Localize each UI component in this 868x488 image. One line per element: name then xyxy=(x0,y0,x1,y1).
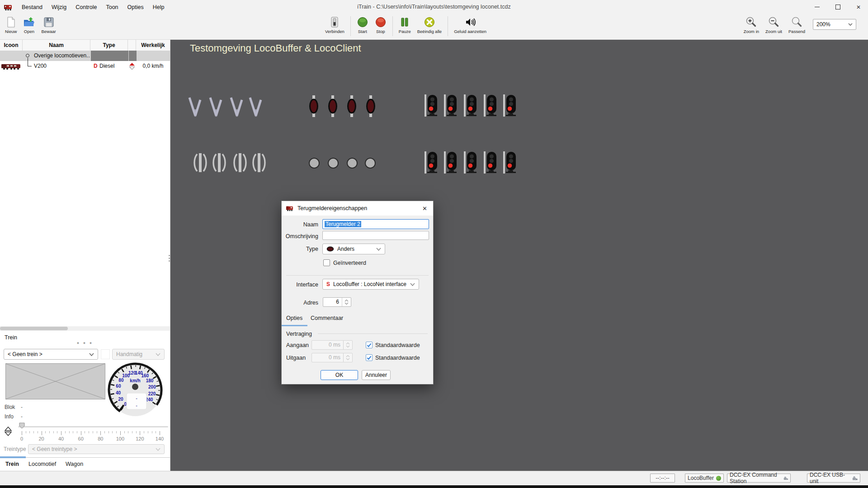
annuleer-button[interactable]: Annuleer xyxy=(362,370,391,380)
speedometer-gauge: 020406080100120140160180200220240km/h-- xyxy=(107,361,164,418)
pause-button[interactable]: Pauze xyxy=(396,16,414,34)
close-button[interactable]: ✕ xyxy=(855,4,862,10)
zoom-in-button[interactable]: Zoom in xyxy=(741,16,762,34)
menu-toon[interactable]: Toon xyxy=(101,4,123,10)
col-type[interactable]: Type xyxy=(90,40,128,51)
uitgaan-stepper[interactable]: 0 ms xyxy=(311,353,353,362)
connect-button[interactable]: Verbinden xyxy=(322,16,348,34)
light-signal[interactable] xyxy=(463,93,479,121)
aangaan-stepper[interactable]: 0 ms xyxy=(311,340,353,350)
maximize-button[interactable] xyxy=(835,4,841,10)
semaphore[interactable] xyxy=(227,93,247,119)
col-werkelijk[interactable]: Werkelijk xyxy=(136,40,170,51)
command-station-status[interactable]: DCC-EX Command Station xyxy=(727,474,791,483)
light-signal[interactable] xyxy=(483,93,499,121)
interface-select[interactable]: S LocoBuffer : LocoNet interface xyxy=(322,279,419,290)
speed-slider-labels: 020406080100120140 xyxy=(22,436,160,442)
zoom-out-button[interactable]: Zoom uit xyxy=(762,16,785,34)
col-naam[interactable]: Naam xyxy=(23,40,90,51)
table-row-group[interactable]: Overige locomotieven… xyxy=(0,51,170,61)
menu-help[interactable]: Help xyxy=(148,4,169,10)
semaphore[interactable] xyxy=(185,93,205,119)
uitgaan-default-checkbox[interactable] xyxy=(366,354,373,361)
naam-input[interactable]: Terugmelder 2 xyxy=(322,219,429,229)
light-signal[interactable] xyxy=(483,150,499,178)
round-detector[interactable] xyxy=(364,157,376,171)
round-detector[interactable] xyxy=(327,157,339,171)
round-detector[interactable] xyxy=(308,157,320,171)
end-all-icon xyxy=(424,16,435,28)
geinverteerd-checkbox[interactable] xyxy=(323,259,330,266)
adres-stepper[interactable]: 6 xyxy=(323,297,351,307)
light-signal[interactable] xyxy=(424,93,440,121)
aangaan-default-checkbox[interactable] xyxy=(366,342,373,348)
toolbar-separator xyxy=(448,16,448,36)
scrollbar-thumb[interactable] xyxy=(0,327,68,330)
stepper-arrows-icon[interactable] xyxy=(342,298,351,306)
treintype-select[interactable]: < Geen treintype > xyxy=(28,444,165,454)
minimize-button[interactable] xyxy=(814,4,820,10)
layout-canvas[interactable]: Testomgeving LocoBuffer & LocoClient xyxy=(170,40,868,471)
light-signal[interactable] xyxy=(424,150,440,178)
table-row-v200[interactable]: V200 D Diesel 0,0 km/h xyxy=(0,61,170,71)
round-detector[interactable] xyxy=(346,157,358,171)
light-signal[interactable] xyxy=(502,150,519,178)
oval-signal[interactable] xyxy=(304,94,324,120)
panel-splitter-handle[interactable] xyxy=(168,252,170,264)
menu-opties[interactable]: Opties xyxy=(123,4,148,10)
light-signal[interactable] xyxy=(443,150,459,178)
main-toolbar: Nieuw Open Bewaar xyxy=(0,14,868,40)
oval-signal[interactable] xyxy=(323,94,343,120)
stop-button[interactable]: Stop xyxy=(372,16,390,34)
decoupler[interactable] xyxy=(210,151,228,176)
zoom-level-select[interactable]: 200% xyxy=(813,19,856,30)
ok-button[interactable]: OK xyxy=(321,370,358,380)
menu-wijzig[interactable]: Wijzig xyxy=(47,4,71,10)
usb-unit-status[interactable]: DCC-EX USB-unit xyxy=(807,474,860,483)
locobuffer-status[interactable]: LocoBuffer xyxy=(685,474,724,483)
oval-signal[interactable] xyxy=(342,94,362,120)
decoupler[interactable] xyxy=(250,151,268,176)
decoupler[interactable] xyxy=(191,151,209,176)
omschrijving-input[interactable] xyxy=(322,231,429,240)
col-icoon[interactable]: Icoon xyxy=(0,40,23,51)
active-tab-indicator xyxy=(282,325,307,326)
menu-controle[interactable]: Controle xyxy=(71,4,101,10)
new-button[interactable]: Nieuw xyxy=(2,16,20,34)
tab-trein[interactable]: Trein xyxy=(5,461,19,467)
train-select[interactable]: < Geen trein > xyxy=(4,349,98,360)
oval-signal[interactable] xyxy=(361,94,381,120)
light-signal[interactable] xyxy=(502,93,519,121)
panel-resize-handle[interactable]: ● ● ● xyxy=(0,341,170,345)
save-button[interactable]: Bewaar xyxy=(38,16,59,34)
dialog-close-icon[interactable]: ✕ xyxy=(420,204,429,213)
tab-wagon[interactable]: Wagon xyxy=(66,461,83,467)
semaphore[interactable] xyxy=(206,93,226,119)
type-select[interactable]: Anders xyxy=(322,244,385,254)
checkmark-icon xyxy=(367,356,372,360)
light-signal[interactable] xyxy=(463,150,479,178)
col-direction[interactable] xyxy=(128,40,136,51)
decoupler[interactable] xyxy=(231,151,249,176)
horizontal-scrollbar[interactable] xyxy=(0,326,170,331)
tab-commentaar[interactable]: Commentaar xyxy=(311,315,343,321)
speed-slider-handle[interactable] xyxy=(19,422,25,429)
dialog-title-bar[interactable]: Terugmeldereigenschappen ✕ xyxy=(282,201,433,216)
sound-button[interactable]: Geluid aanzetten xyxy=(451,16,490,34)
loco-table-header: Icoon Naam Type Werkelijk xyxy=(0,40,170,51)
menu-bestand[interactable]: Bestand xyxy=(17,4,47,10)
tab-opties[interactable]: Opties xyxy=(286,315,302,321)
direction-toggle[interactable] xyxy=(5,427,12,436)
end-all-button[interactable]: Beëindig alle xyxy=(414,16,445,34)
interface-status-icon xyxy=(852,475,858,481)
mode-select[interactable]: Handmatig xyxy=(112,349,165,360)
light-signal[interactable] xyxy=(443,93,459,121)
open-button[interactable]: Open xyxy=(20,16,38,34)
tab-locomotief[interactable]: Locomotief xyxy=(28,461,56,467)
start-button[interactable]: Start xyxy=(354,16,372,34)
direction-indicator-icon[interactable] xyxy=(129,62,135,70)
speed-slider-track[interactable] xyxy=(18,426,168,427)
tree-node-icon[interactable] xyxy=(26,54,29,57)
semaphore[interactable] xyxy=(246,93,266,119)
zoom-fit-button[interactable]: Passend xyxy=(785,16,808,34)
